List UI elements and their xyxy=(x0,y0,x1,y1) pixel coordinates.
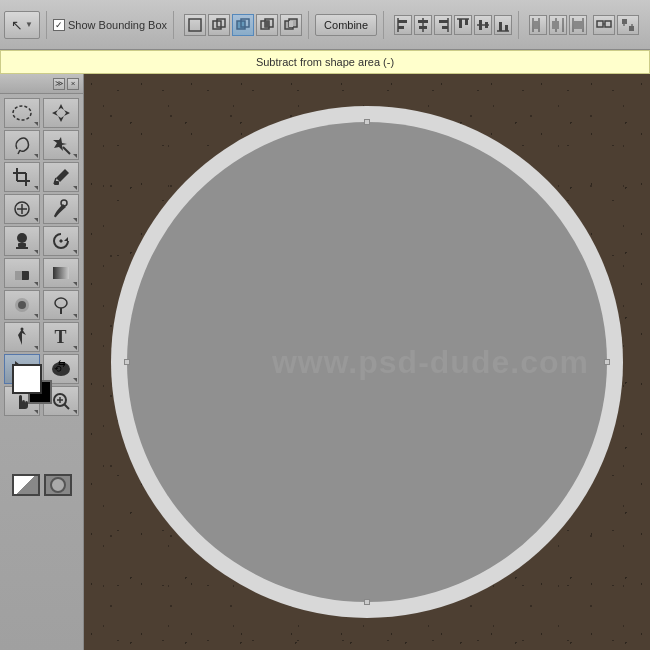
stamp-tool-button[interactable] xyxy=(4,226,40,256)
svg-rect-34 xyxy=(552,21,559,29)
healing-brush-button[interactable] xyxy=(4,194,40,224)
quick-mask-button[interactable] xyxy=(44,474,72,496)
mode-buttons xyxy=(0,474,83,496)
svg-rect-24 xyxy=(479,20,482,30)
bounding-box-checkbox[interactable]: ✓ xyxy=(53,19,65,31)
svg-line-77 xyxy=(64,404,69,409)
separator-4 xyxy=(383,11,384,39)
svg-rect-66 xyxy=(15,271,22,280)
align-left-button[interactable] xyxy=(394,15,412,35)
svg-rect-25 xyxy=(485,22,488,28)
panel-header: ≫ × xyxy=(0,74,83,94)
magic-wand-button[interactable] xyxy=(43,130,79,160)
main-canvas: www.psd-dude.com xyxy=(84,74,650,650)
exclude-shape-button[interactable] xyxy=(280,14,302,36)
blur-tool-button[interactable] xyxy=(4,290,40,320)
svg-rect-22 xyxy=(465,19,468,25)
svg-rect-15 xyxy=(418,20,428,23)
svg-rect-18 xyxy=(439,20,448,23)
lasso-tool-button[interactable] xyxy=(4,130,40,160)
svg-rect-41 xyxy=(622,19,627,24)
svg-rect-67 xyxy=(53,267,69,279)
pen-tool-button[interactable] xyxy=(4,322,40,352)
svg-rect-28 xyxy=(505,25,508,31)
svg-marker-47 xyxy=(52,110,70,116)
text-tool-button[interactable]: T xyxy=(43,322,79,352)
path-operations-group xyxy=(184,14,302,36)
new-shape-layer-button[interactable] xyxy=(184,14,206,36)
tooltip-bar: Subtract from shape area (-) xyxy=(0,50,650,74)
svg-rect-63 xyxy=(16,247,28,249)
watermark-text: www.psd-dude.com xyxy=(272,344,589,381)
tooltip-text: Subtract from shape area (-) xyxy=(256,56,394,68)
separator-2 xyxy=(173,11,174,39)
swap-colors-button[interactable]: ⇆ xyxy=(58,358,66,368)
svg-line-48 xyxy=(18,150,20,154)
extra-tools xyxy=(593,15,639,35)
svg-marker-46 xyxy=(58,104,64,122)
foreground-color-swatch[interactable] xyxy=(12,364,42,394)
svg-rect-38 xyxy=(597,21,603,27)
extra-btn-2[interactable] xyxy=(617,15,639,35)
bounding-box-checkbox-label[interactable]: ✓ Show Bounding Box xyxy=(53,19,167,31)
separator-5 xyxy=(518,11,519,39)
history-brush-button[interactable] xyxy=(43,226,79,256)
intersect-shape-button[interactable] xyxy=(256,14,278,36)
svg-rect-0 xyxy=(189,19,201,31)
selection-tool-button[interactable]: ↖ ▼ xyxy=(4,11,40,39)
svg-rect-16 xyxy=(419,26,427,29)
svg-point-72 xyxy=(21,328,24,331)
eraser-tool-button[interactable] xyxy=(4,258,40,288)
svg-rect-19 xyxy=(442,26,448,29)
handle-bottom[interactable] xyxy=(364,599,370,605)
svg-rect-12 xyxy=(398,20,407,23)
handle-right[interactable] xyxy=(604,359,610,365)
subtract-shape-button[interactable] xyxy=(232,14,254,36)
crop-tool-button[interactable] xyxy=(4,162,40,192)
svg-point-69 xyxy=(18,301,26,309)
svg-rect-27 xyxy=(499,22,502,31)
gradient-tool-button[interactable] xyxy=(43,258,79,288)
color-swatches: ⟲ ⇆ xyxy=(12,364,62,408)
svg-marker-64 xyxy=(64,237,68,241)
align-tools-group xyxy=(394,15,512,35)
align-middle-button[interactable] xyxy=(474,15,492,35)
dodge-tool-button[interactable] xyxy=(43,290,79,320)
standard-mode-button[interactable] xyxy=(12,474,40,496)
distribute-tools-group xyxy=(529,15,587,35)
handle-top[interactable] xyxy=(364,119,370,125)
move-tool-button[interactable] xyxy=(43,98,79,128)
distribute-center-button[interactable] xyxy=(549,15,567,35)
brush-tool-button[interactable] xyxy=(43,194,79,224)
align-top-button[interactable] xyxy=(454,15,472,35)
svg-rect-39 xyxy=(605,21,611,27)
align-center-h-button[interactable] xyxy=(414,15,432,35)
svg-rect-7 xyxy=(265,21,269,27)
top-toolbar: ↖ ▼ ✓ Show Bounding Box xyxy=(0,0,650,50)
separator-1 xyxy=(46,11,47,39)
svg-point-70 xyxy=(55,298,67,308)
distribute-right-button[interactable] xyxy=(569,15,587,35)
svg-rect-31 xyxy=(534,21,538,29)
distribute-left-button[interactable] xyxy=(529,15,547,35)
extra-btn-1[interactable] xyxy=(593,15,615,35)
left-panel: ≫ × xyxy=(0,74,84,650)
separator-3 xyxy=(308,11,309,39)
svg-point-61 xyxy=(17,233,27,243)
combine-button[interactable]: Combine xyxy=(315,14,377,36)
align-bottom-button[interactable] xyxy=(494,15,512,35)
svg-rect-13 xyxy=(398,26,404,29)
svg-rect-37 xyxy=(574,21,583,29)
add-shape-button[interactable] xyxy=(208,14,230,36)
marquee-tool-button[interactable] xyxy=(4,98,40,128)
svg-rect-42 xyxy=(629,26,634,31)
eyedropper-button[interactable] xyxy=(43,162,79,192)
bounding-box-text: Show Bounding Box xyxy=(68,19,167,31)
panel-close-button[interactable]: × xyxy=(67,78,79,90)
svg-rect-10 xyxy=(289,21,293,27)
handle-left[interactable] xyxy=(124,359,130,365)
align-right-button[interactable] xyxy=(434,15,452,35)
panel-collapse-button[interactable]: ≫ xyxy=(53,78,65,90)
svg-line-49 xyxy=(63,147,70,154)
svg-rect-21 xyxy=(459,19,462,28)
